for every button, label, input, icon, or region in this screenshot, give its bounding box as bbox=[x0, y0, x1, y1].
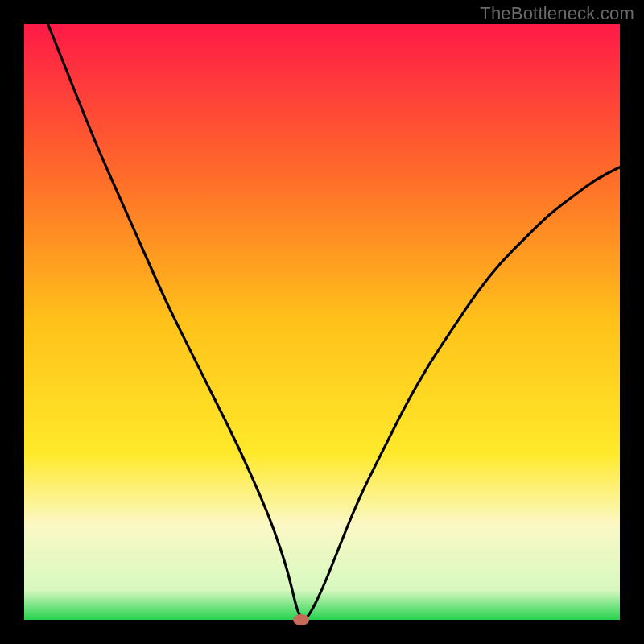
plot-background bbox=[24, 24, 620, 620]
chart-frame: TheBottleneck.com bbox=[0, 0, 644, 644]
optimum-marker bbox=[293, 614, 309, 625]
bottleneck-chart bbox=[0, 0, 644, 644]
